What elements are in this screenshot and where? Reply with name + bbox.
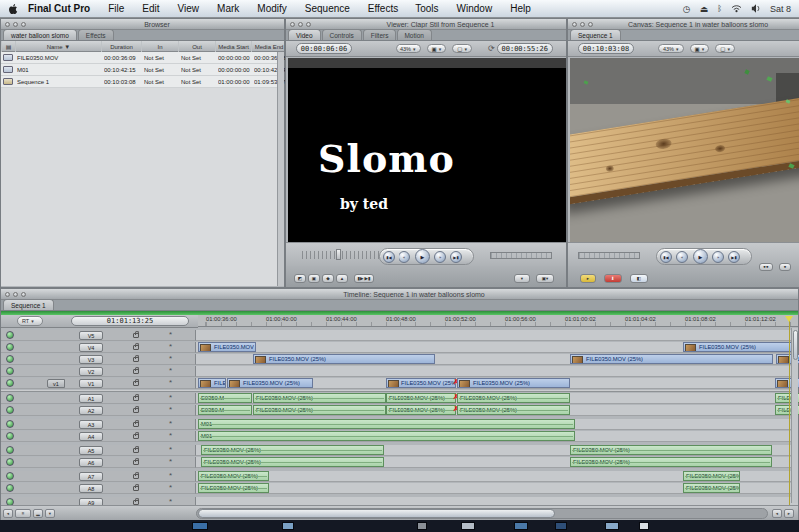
menu-item-effects[interactable]: Effects (359, 3, 406, 14)
menu-item-tools[interactable]: Tools (406, 3, 447, 14)
track-lane-v3[interactable]: FILE0350.MOV (25%)FILE0350.MOV (25%)FILE… (196, 354, 798, 365)
canvas-aux-button[interactable]: ●● (759, 263, 773, 271)
lock-icon[interactable] (133, 486, 139, 491)
canvas-duration-field[interactable]: 00:10:03:08 (578, 43, 634, 54)
viewer-view-dropdown[interactable]: ▢ (452, 44, 472, 53)
previous-edit-button[interactable]: ▮◀ (660, 251, 672, 263)
tab-video[interactable]: Video (288, 29, 321, 40)
timeline-hscrollbar[interactable] (196, 508, 768, 519)
tab-sequence-1[interactable]: Sequence 1 (570, 29, 621, 40)
tab-motion[interactable]: Motion (397, 29, 432, 40)
lock-icon[interactable] (133, 434, 139, 439)
lock-icon[interactable] (133, 369, 139, 374)
close-button[interactable] (5, 22, 10, 27)
wifi-icon[interactable] (731, 4, 742, 13)
timeline-clip[interactable]: E0350.M (198, 405, 252, 415)
generator-icon[interactable]: ⟳ (488, 44, 495, 53)
window-buttons[interactable] (568, 22, 597, 27)
add-keyframe-button[interactable]: ◆ (322, 274, 334, 283)
play-button[interactable]: ▶ (693, 249, 708, 264)
play-in-to-out-button[interactable]: « (399, 251, 410, 263)
fit-to-fill-edit-button[interactable]: ▸ (580, 274, 596, 283)
track-height-control[interactable]: ≡ (15, 509, 31, 518)
track-lane-a8[interactable]: FILE0350.MOV (25%)FILE0350.MOV (25%) (196, 483, 798, 494)
lock-icon[interactable] (133, 396, 139, 401)
autoselect-icon[interactable]: * (169, 419, 172, 428)
timeline-clip[interactable]: FILE0350.MOV (25%) (201, 457, 384, 467)
autoselect-icon[interactable]: * (169, 366, 172, 375)
lock-icon[interactable] (133, 345, 139, 350)
track-visibility-toggle[interactable] (6, 331, 14, 339)
tab-filters[interactable]: Filters (363, 29, 397, 40)
column-header-name[interactable]: Name ▼ (15, 41, 101, 52)
volume-icon[interactable] (751, 4, 761, 13)
menu-clock-text[interactable]: Sat 8 (770, 4, 791, 14)
timeline-clip[interactable]: FILE0350.MOV (25%) (570, 354, 773, 364)
timeline-clip[interactable]: FILE0350.MOV (25%) (570, 457, 772, 467)
play-around-button[interactable]: » (712, 251, 724, 263)
track-label[interactable]: A1 (79, 394, 103, 403)
lock-icon[interactable] (133, 474, 139, 479)
mark-clip-button[interactable]: ▣ (308, 274, 320, 283)
track-visibility-toggle[interactable] (6, 458, 14, 466)
autoselect-icon[interactable]: * (169, 445, 172, 454)
timeline-clip[interactable]: FILE0350.MOV (25%) (457, 378, 570, 388)
table-row[interactable]: M0100:10:42:15Not SetNot Set00:00:00:000… (1, 64, 277, 76)
table-row[interactable]: FILE0350.MOV00:00:36:09Not SetNot Set00:… (1, 52, 277, 64)
menu-item-mark[interactable]: Mark (208, 3, 248, 14)
timeline-clip[interactable]: FILE0350.MOV (25%) (253, 354, 435, 364)
autoselect-icon[interactable]: * (169, 393, 172, 402)
timeline-clip[interactable]: FILE0350.MOV (25%) (198, 471, 269, 481)
timeline-clip[interactable]: FILE0350.MOV (25%) (683, 342, 795, 352)
play-button[interactable]: ▶ (415, 249, 430, 264)
timeline-clip[interactable]: FILE0350.MOV (25%) (386, 405, 456, 415)
scroll-left-arrow[interactable]: ◂ (772, 509, 782, 518)
track-label[interactable]: A7 (79, 472, 103, 481)
timeline-clip[interactable]: FILE0350.MOV (198, 342, 256, 352)
track-visibility-toggle[interactable] (6, 420, 14, 428)
viewer-video-frame[interactable]: Slomo by ted (288, 58, 566, 251)
clock-icon[interactable]: ◷ (683, 4, 691, 14)
track-lane-v4[interactable]: FILE0350.MOVFILE0350.MOV (25%) (196, 342, 798, 353)
viewer-playhead-sync-dropdown[interactable]: ▣ (427, 44, 447, 53)
recent-clips-dropdown[interactable]: ▾ (514, 274, 530, 283)
clip-overlays-toggle[interactable]: ▂ (33, 509, 43, 518)
track-lane-a7[interactable]: FILE0350.MOV (25%)FILE0350.MOV (25%) (196, 471, 798, 482)
track-label[interactable]: V2 (79, 367, 103, 376)
track-label[interactable]: V4 (79, 343, 103, 352)
column-header-media-end[interactable]: Media End (251, 41, 286, 52)
mark-in-out-buttons[interactable]: ▮▶ ▶▮ (354, 274, 374, 283)
timeline-clip[interactable]: FILE0350.MOV (25%) (253, 405, 386, 415)
menu-item-edit[interactable]: Edit (133, 3, 168, 14)
shuttle-control[interactable] (578, 252, 640, 259)
menu-item-help[interactable]: Help (501, 3, 540, 14)
next-edit-button[interactable]: ▶▮ (728, 251, 740, 263)
track-visibility-toggle[interactable] (6, 355, 14, 363)
column-header-media-start[interactable]: Media Start (215, 41, 251, 52)
minimize-button[interactable] (580, 22, 585, 27)
timeline-clip[interactable]: FILE0350.MOV (25%) (457, 393, 570, 403)
previous-edit-button[interactable]: ▮◀ (383, 251, 395, 263)
timeline-clip[interactable]: FILE0350.MOV (25%) (683, 483, 740, 493)
autoselect-icon[interactable]: * (169, 342, 172, 351)
track-label[interactable]: A2 (79, 406, 103, 415)
window-buttons[interactable] (286, 22, 315, 27)
apple-icon[interactable] (8, 3, 19, 15)
track-label[interactable]: A6 (79, 458, 103, 467)
track-label[interactable]: V5 (79, 331, 103, 340)
autoselect-icon[interactable]: * (169, 378, 172, 387)
tab-project[interactable]: water balloon slomo (3, 29, 77, 40)
track-lane-v1[interactable]: FILEFILE0350.MOV (25%)FILE0350.MOV (25%)… (196, 378, 798, 389)
track-lane-a3[interactable]: M01 (196, 419, 798, 430)
shuttle-control[interactable] (490, 252, 552, 259)
canvas-video-frame[interactable] (570, 58, 799, 251)
zoom-button[interactable] (306, 22, 311, 27)
track-visibility-toggle[interactable] (6, 367, 14, 375)
lock-icon[interactable] (133, 448, 139, 453)
autoselect-icon[interactable]: * (169, 405, 172, 414)
track-lane-v2[interactable] (196, 366, 798, 377)
column-header-out[interactable]: Out (178, 41, 215, 52)
zoom-button[interactable] (588, 22, 593, 27)
canvas-playhead-sync-dropdown[interactable]: ▣ (690, 44, 710, 53)
timeline-options-button[interactable]: ◂ (3, 509, 13, 518)
